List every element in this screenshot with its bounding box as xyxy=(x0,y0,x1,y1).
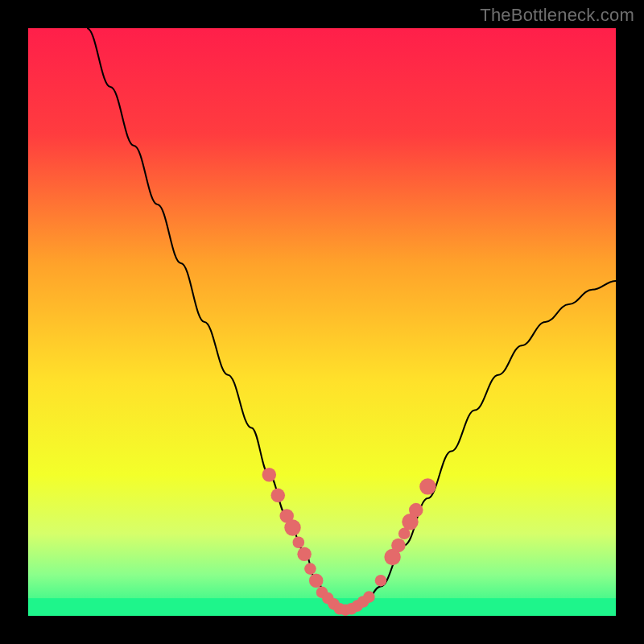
data-marker xyxy=(375,575,387,587)
bottleneck-chart xyxy=(28,28,616,616)
data-marker xyxy=(409,503,423,518)
data-marker xyxy=(293,536,305,548)
data-marker xyxy=(270,489,285,503)
data-marker xyxy=(309,573,324,588)
green-band xyxy=(28,598,616,616)
gradient-background xyxy=(28,28,616,616)
data-marker xyxy=(297,547,312,562)
data-marker xyxy=(363,591,375,603)
data-marker xyxy=(419,478,436,494)
data-marker xyxy=(391,539,406,553)
chart-frame: TheBottleneck.com xyxy=(0,0,644,644)
data-marker xyxy=(284,519,300,535)
watermark-text: TheBottleneck.com xyxy=(480,5,634,26)
data-marker xyxy=(304,563,316,575)
data-marker xyxy=(262,468,277,482)
